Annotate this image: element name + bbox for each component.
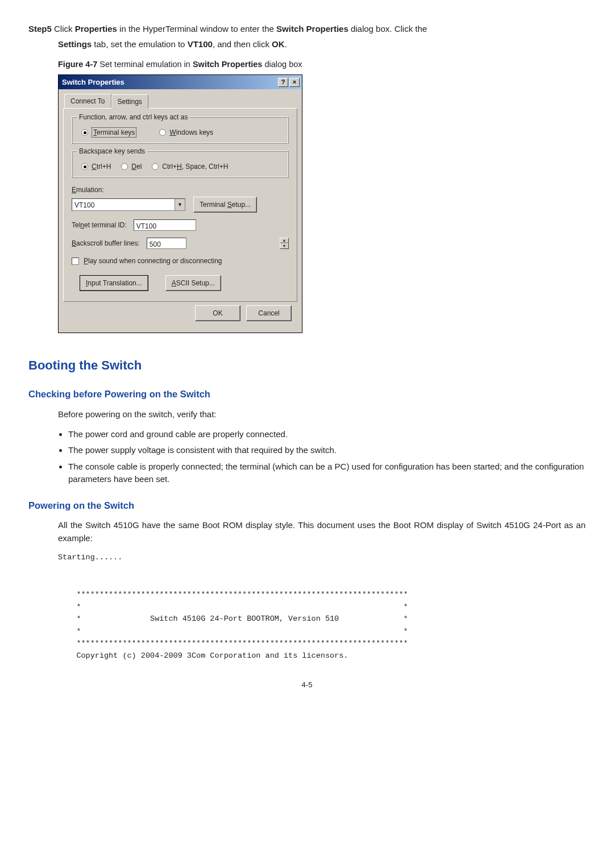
switch-properties-dialog: Switch Properties ? × Connect To Setting… (58, 74, 302, 334)
play-sound-row: Play sound when connecting or disconnect… (72, 256, 289, 266)
terminal-setup-button[interactable]: Terminal Setup... (193, 197, 257, 213)
spin-down-icon[interactable]: ▼ (280, 243, 289, 249)
t: Figure 4-7 (58, 60, 99, 69)
radio-del[interactable]: Del (121, 161, 142, 172)
radio-label: Ctrl+H (92, 161, 111, 172)
t: Settings (58, 39, 92, 49)
t: dialog box (262, 60, 302, 69)
page-number: 4-5 (28, 679, 586, 691)
emulation-value: VT100 (72, 199, 175, 210)
t: , and then click (213, 39, 272, 49)
backscroll-input[interactable]: 500 (147, 238, 186, 249)
radio-label: Windows keys (169, 127, 213, 138)
radio-ctrl-h[interactable]: Ctrl+H (81, 161, 111, 172)
t: tab, set the emulation to (92, 39, 187, 49)
radio-dot-icon (81, 163, 88, 170)
emulation-label: Emulation: (72, 185, 289, 195)
inner-button-row: Input Translation... ASCII Setup... (72, 275, 289, 291)
radio-row: Terminal keys Windows keys (79, 127, 281, 138)
t: dialog box. Click the (349, 24, 427, 34)
radio-label: Terminal keys (92, 127, 136, 138)
dialog-titlebar: Switch Properties ? × (59, 75, 302, 90)
t: VT100 (188, 39, 213, 49)
ascii-setup-button[interactable]: ASCII Setup... (165, 275, 221, 291)
t: in the HyperTerminal window to enter the (117, 24, 276, 34)
backscroll-row: Backscroll buffer lines: 500 ▲ ▼ (72, 238, 289, 249)
radio-terminal-keys[interactable]: Terminal keys (81, 127, 136, 138)
cancel-button[interactable]: Cancel (246, 305, 292, 321)
t: Switch Properties (276, 24, 349, 34)
emulation-row: VT100 ▼ Terminal Setup... (72, 197, 289, 213)
close-button[interactable]: × (289, 78, 300, 87)
play-sound-label: Play sound when connecting or disconnect… (84, 256, 222, 266)
help-button[interactable]: ? (278, 78, 288, 87)
group-title: Backspace key sends (77, 146, 147, 156)
ok-button[interactable]: OK (195, 305, 240, 321)
backspace-group: Backspace key sends Ctrl+H Del Ctrl+H, S… (72, 151, 289, 178)
radio-dot-icon (121, 163, 128, 170)
emulation-field: Emulation: VT100 ▼ Terminal Setup... (72, 185, 289, 213)
settings-panel: Function, arrow, and ctrl keys act as Te… (63, 108, 297, 302)
figure-caption: Figure 4-7 Set terminal emulation in Swi… (58, 59, 586, 71)
backscroll-spinner: 500 (147, 238, 186, 249)
radio-ctrl-h-space[interactable]: Ctrl+H, Space, Ctrl+H (152, 161, 228, 172)
step-label: Step5 (28, 24, 52, 34)
t: . (285, 39, 287, 49)
tab-settings[interactable]: Settings (111, 94, 148, 109)
boot-output: Starting...... *************************… (58, 551, 586, 662)
radio-label: Del (131, 161, 142, 172)
step5-line1: Step5 Click Properties in the HyperTermi… (28, 23, 586, 36)
subsection-powering: Powering on the Switch (28, 499, 586, 513)
telnet-label: Telnet terminal ID: (72, 220, 127, 230)
list-item: The console cable is properly connected;… (68, 460, 586, 486)
function-keys-group: Function, arrow, and ctrl keys act as Te… (72, 117, 289, 144)
dropdown-icon[interactable]: ▼ (175, 199, 185, 210)
radio-row: Ctrl+H Del Ctrl+H, Space, Ctrl+H (79, 161, 281, 172)
dialog-bottom-buttons: OK Cancel (63, 302, 297, 327)
tabs-area: Connect To Settings Function, arrow, and… (59, 89, 302, 331)
t: Switch Properties (193, 60, 262, 69)
emulation-select[interactable]: VT100 ▼ (72, 198, 185, 211)
radio-windows-keys[interactable]: Windows keys (159, 127, 213, 138)
play-sound-checkbox[interactable] (72, 258, 79, 265)
t: Click (54, 24, 75, 34)
subsection-checking: Checking before Powering on the Switch (28, 387, 586, 401)
tab-bar: Connect To Settings (64, 94, 297, 108)
t: Set terminal emulation in (99, 60, 193, 69)
input-translation-button[interactable]: Input Translation... (80, 275, 148, 291)
dialog-title: Switch Properties (62, 77, 277, 88)
backscroll-label: Backscroll buffer lines: (72, 238, 140, 248)
step5-line2: Settings tab, set the emulation to VT100… (58, 38, 586, 51)
spinner-buttons: ▲ ▼ (280, 238, 289, 249)
list-item: The power supply voltage is consistent w… (68, 444, 586, 457)
verify-bullets: The power cord and ground cable are prop… (68, 428, 586, 486)
t: Properties (75, 24, 117, 34)
radio-dot-icon (81, 129, 88, 136)
radio-dot-icon (152, 163, 159, 170)
verify-text: Before powering on the switch, verify th… (58, 408, 586, 421)
group-title: Function, arrow, and ctrl keys act as (77, 112, 190, 122)
powering-text: All the Switch 4510G have the same Boot … (58, 519, 586, 545)
t: OK (272, 39, 285, 49)
tab-connect-to[interactable]: Connect To (64, 94, 111, 108)
radio-dot-icon (159, 129, 166, 136)
telnet-id-input[interactable]: VT100 (134, 219, 196, 231)
spin-up-icon[interactable]: ▲ (280, 238, 289, 243)
radio-label: Ctrl+H, Space, Ctrl+H (162, 161, 228, 172)
section-heading: Booting the Switch (28, 356, 586, 375)
list-item: The power cord and ground cable are prop… (68, 428, 586, 441)
telnet-row: Telnet terminal ID: VT100 (72, 219, 289, 231)
